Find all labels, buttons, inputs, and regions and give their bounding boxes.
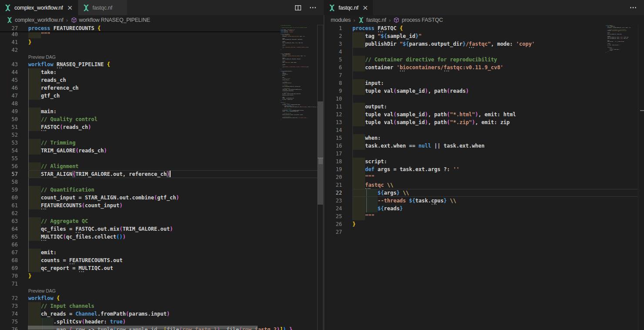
breadcrumb-item[interactable]: modules xyxy=(331,17,351,23)
line-number[interactable]: 69 xyxy=(0,264,18,272)
line-number[interactable]: 46 xyxy=(0,84,18,92)
code-line-16[interactable]: 16 task.ext.when == null || task.ext.whe… xyxy=(324,142,644,150)
code-line-8[interactable]: 8 input: xyxy=(324,79,644,87)
scrollbar-thumb[interactable] xyxy=(318,101,323,205)
line-number[interactable]: 41 xyxy=(0,38,18,46)
code-line-44[interactable]: 44 take: xyxy=(0,68,324,76)
line-number[interactable]: 54 xyxy=(0,147,18,155)
line-number[interactable]: 65 xyxy=(0,233,18,241)
line-number[interactable]: 20 xyxy=(324,173,342,181)
sticky-scroll[interactable]: 27process FEATURECOUNTS { xyxy=(0,25,281,32)
code-line-66[interactable]: 66 xyxy=(0,241,324,249)
line-number[interactable]: 9 xyxy=(324,87,342,95)
code-line-45[interactable]: 45 reads_ch xyxy=(0,76,324,84)
code-line-49[interactable]: 49 main: xyxy=(0,108,324,115)
code-line-48[interactable]: 48 xyxy=(0,100,324,108)
minimap[interactable]: process FASTQC { tag "${sample_id}" publ… xyxy=(606,25,638,330)
code-line-15[interactable]: 15 when: xyxy=(324,134,644,142)
line-number[interactable]: 19 xyxy=(324,165,342,173)
line-number[interactable]: 62 xyxy=(0,209,18,217)
code-line-23[interactable]: 23 --threads ${task.cpus} \\ xyxy=(324,197,644,205)
codelens[interactable]: Preview DAG xyxy=(0,54,324,61)
code-line-22[interactable]: 22 ${args} \\ xyxy=(324,189,644,197)
line-number[interactable]: 44 xyxy=(0,68,18,76)
code-line-74[interactable]: 74 ch_reads = Channel.fromPath(params.in… xyxy=(0,310,324,318)
line-number[interactable]: 74 xyxy=(0,310,18,318)
code-line-71[interactable]: 71 xyxy=(0,280,324,288)
code-line-13[interactable]: 13 tuple val(sample_id), path("*.zip"), … xyxy=(324,118,644,126)
code-line-58[interactable]: 58 xyxy=(0,178,324,186)
line-number[interactable]: 13 xyxy=(324,118,342,126)
split-editor-button[interactable] xyxy=(294,3,302,12)
line-number[interactable]: 70 xyxy=(0,272,18,280)
code-line-53[interactable]: 53 // Trimming xyxy=(0,139,324,147)
code-line-57[interactable]: 57 STAR_ALIGN(TRIM_GALORE.out, reference… xyxy=(0,170,324,178)
line-number[interactable]: 7 xyxy=(324,71,342,79)
code-line-54[interactable]: 54 TRIM_GALORE(reads_ch) xyxy=(0,147,324,155)
code-line-24[interactable]: 24 ${reads} xyxy=(324,205,644,212)
line-number[interactable]: 75 xyxy=(0,318,18,326)
code-line-68[interactable]: 68 counts = FEATURECOUNTS.out xyxy=(0,256,324,264)
line-number[interactable]: 12 xyxy=(324,111,342,118)
line-number[interactable]: 72 xyxy=(0,294,18,302)
code-line-52[interactable]: 52 xyxy=(0,131,324,139)
line-number[interactable]: 24 xyxy=(324,205,342,212)
codelens-label[interactable]: Preview DAG xyxy=(28,288,56,293)
code-line-51[interactable]: 51 FASTQC(reads_ch) xyxy=(0,123,324,131)
code-line-73[interactable]: 73 // Input channels xyxy=(0,302,324,310)
line-number[interactable]: 67 xyxy=(0,249,18,256)
code-line-50[interactable]: 50 // Quality control xyxy=(0,115,324,123)
minimap[interactable]: #!/usr/bin/env nextflow// Complex workfl… xyxy=(281,25,317,330)
breadcrumb-item[interactable]: complex_workflow.nf xyxy=(7,17,64,23)
ellipsis-button[interactable] xyxy=(629,3,637,12)
line-number[interactable]: 63 xyxy=(0,217,18,225)
line-number[interactable]: 60 xyxy=(0,194,18,202)
code-line-42[interactable]: 42 xyxy=(0,46,324,54)
line-number[interactable]: 21 xyxy=(324,181,342,189)
code-line-27[interactable]: 27 xyxy=(324,228,644,236)
code-line-55[interactable]: 55 xyxy=(0,155,324,162)
close-icon[interactable]: × xyxy=(66,3,74,12)
breadcrumb-item[interactable]: workflow RNASEQ_PIPELINE xyxy=(71,17,150,23)
line-number[interactable]: 43 xyxy=(0,61,18,68)
code-line-1[interactable]: 1process FASTQC { xyxy=(324,24,644,32)
tab-fastqc-nf[interactable]: fastqc.nf× xyxy=(324,0,373,15)
line-number[interactable]: 57 xyxy=(0,170,18,178)
codelens-label[interactable]: Preview DAG xyxy=(28,54,56,60)
code-line-19[interactable]: 19 def args = task.ext.args ?: '' xyxy=(324,165,644,173)
code-line-11[interactable]: 11 output: xyxy=(324,103,644,111)
line-number[interactable]: 68 xyxy=(0,256,18,264)
line-number[interactable]: 48 xyxy=(0,100,18,108)
line-number[interactable]: 27 xyxy=(324,228,342,236)
line-number[interactable]: 58 xyxy=(0,178,18,186)
code-line-47[interactable]: 47 gtf_ch xyxy=(0,92,324,100)
line-number[interactable]: 52 xyxy=(0,131,18,139)
code-line-59[interactable]: 59 // Quantification xyxy=(0,186,324,194)
editor-pane-right[interactable]: 1process FASTQC {2 tag "${sample_id}"3 p… xyxy=(324,25,644,330)
code-line-3[interactable]: 3 publishDir "${params.output_dir}/fastq… xyxy=(324,40,644,48)
code-line-41[interactable]: 41} xyxy=(0,38,324,46)
code-line-62[interactable]: 62 xyxy=(0,209,324,217)
line-number[interactable]: 5 xyxy=(324,56,342,64)
line-number[interactable]: 18 xyxy=(324,158,342,165)
code-line-60[interactable]: 60 count_input = STAR_ALIGN.out.combine(… xyxy=(0,194,324,202)
line-number[interactable]: 59 xyxy=(0,186,18,194)
codelens[interactable]: Preview DAG xyxy=(0,288,324,294)
line-number[interactable]: 26 xyxy=(324,220,342,228)
line-number[interactable]: 2 xyxy=(324,32,342,40)
line-number[interactable]: 64 xyxy=(0,225,18,233)
scrollbar-track[interactable] xyxy=(638,25,644,330)
editor-pane-left[interactable]: 40 """41}42Preview DAG43workflow RNASEQ_… xyxy=(0,25,324,330)
line-number[interactable]: 66 xyxy=(0,241,18,249)
code-line-70[interactable]: 70} xyxy=(0,272,324,280)
line-number[interactable]: 8 xyxy=(324,79,342,87)
code-line-17[interactable]: 17 xyxy=(324,150,644,158)
code-line-7[interactable]: 7 xyxy=(324,71,644,79)
tab-fastqc-nf[interactable]: fastqc.nf× xyxy=(78,0,127,15)
code-line-18[interactable]: 18 script: xyxy=(324,158,644,165)
line-number[interactable]: 6 xyxy=(324,64,342,71)
code-line-63[interactable]: 63 // Aggregate QC xyxy=(0,217,324,225)
line-number[interactable]: 4 xyxy=(324,48,342,56)
breadcrumb-item[interactable]: fastqc.nf xyxy=(358,17,386,23)
code-line-56[interactable]: 56 // Alignment xyxy=(0,162,324,170)
